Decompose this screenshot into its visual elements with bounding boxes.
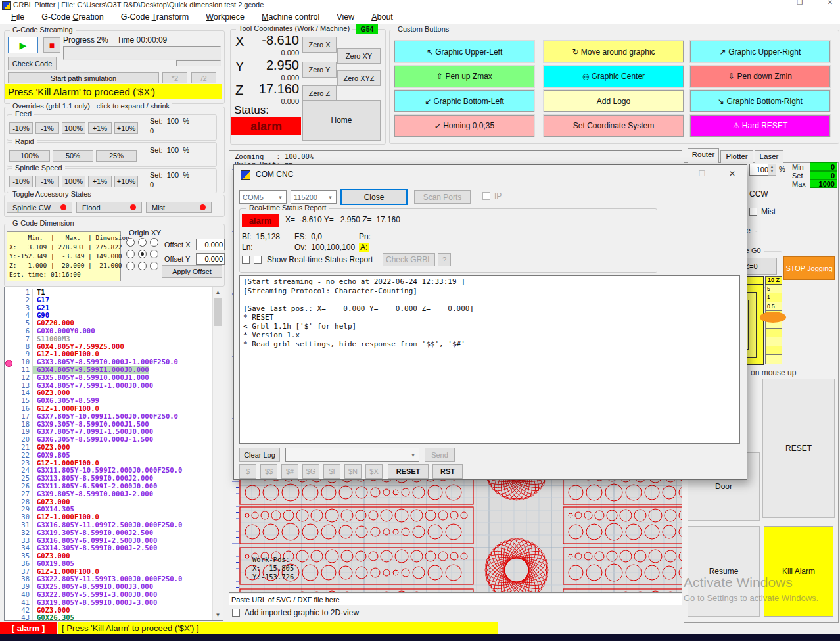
command-input[interactable]: ▾	[285, 448, 419, 462]
dialog-titlebar[interactable]: COM CNC — ☐ ✕	[234, 165, 747, 185]
stream-play-button[interactable]: ▶	[8, 37, 38, 53]
gcode-line-11[interactable]: 11G3X4.805Y-9.599I1.000J0.000	[12, 366, 212, 374]
report-checkbox-2[interactable]	[254, 256, 262, 264]
gcode-line-43[interactable]: 43G0X26.305	[12, 614, 212, 621]
accessory-spindle-cw[interactable]: Spindle CW	[7, 202, 72, 213]
zero-x-button[interactable]: Zero X	[302, 37, 337, 53]
custom-button-graphic-upper-left[interactable]: ↖ Graphic Upper-Left	[394, 41, 534, 62]
grbl-reset-button[interactable]: RESET	[762, 379, 835, 518]
dialog-maximize-button[interactable]: ☐	[690, 169, 714, 182]
origin-radio-0[interactable]	[126, 238, 135, 247]
clear-log-button[interactable]: Clear Log	[239, 448, 280, 462]
rapid-50[interactable]: 50%	[53, 150, 93, 162]
origin-radio-1[interactable]	[138, 238, 147, 247]
gcode-line-17[interactable]: 17G3X7.805Y-10.099I1.500J0.000F250.0	[12, 413, 212, 421]
apply-offset-button[interactable]: Apply Offset	[162, 265, 222, 278]
zero-y-button[interactable]: Zero Y	[302, 62, 337, 78]
feed-10[interactable]: -10%	[9, 122, 33, 134]
tab-laser[interactable]: Laser	[755, 150, 783, 163]
accessory-flood[interactable]: Flood	[76, 202, 142, 213]
tab-plotter[interactable]: Plotter	[720, 150, 753, 163]
z-step-blank-5[interactable]	[765, 329, 782, 337]
gcode-line-32[interactable]: 32G3X19.305Y-8.599I0.000J2.500	[12, 529, 212, 537]
origin-radio-2[interactable]	[150, 238, 158, 247]
custom-button-pen-up-zmax[interactable]: ⇧ Pen up Zmax	[394, 66, 534, 87]
rapid-100[interactable]: 100%	[9, 150, 50, 162]
check-grbl-button[interactable]: Check GRBL	[383, 253, 435, 266]
menu-item-file[interactable]: File	[3, 11, 33, 24]
spindle-10[interactable]: -10%	[9, 176, 33, 187]
feed-100[interactable]: 100%	[62, 122, 85, 134]
mist-checkbox[interactable]	[749, 208, 757, 216]
kill-alarm-button[interactable]: Kill Alarm	[764, 526, 833, 617]
z-strip-header[interactable]: 10Z	[765, 276, 782, 285]
zero-xyz-button[interactable]: Zero XYZ	[337, 70, 381, 86]
gcode-line-2[interactable]: 2G17	[12, 297, 212, 304]
accessory-mist[interactable]: Mist	[146, 202, 212, 213]
com-cnc-dialog[interactable]: COM CNC — ☐ ✕ COM5▾ 115200▾ Close Scan P…	[233, 164, 747, 480]
gcode-line-41[interactable]: 41G3X19.805Y-8.599I0.000J-3.000	[12, 599, 212, 607]
scroll-up-arrow[interactable]: ▲	[213, 287, 223, 297]
origin-radio-3[interactable]	[126, 250, 135, 258]
cmd-i-button[interactable]: $I	[323, 464, 340, 479]
cmd--button[interactable]: $$	[260, 464, 277, 479]
gcode-line-6[interactable]: 6G0X0.000Y0.000	[12, 327, 212, 335]
add-graphic-checkbox[interactable]	[232, 609, 240, 617]
home-button[interactable]: Home	[302, 100, 381, 141]
custom-button-graphic-upper-right[interactable]: ↗ Graphic Upper-Right	[690, 41, 830, 62]
feed-1[interactable]: +1%	[88, 122, 112, 134]
send-button[interactable]: Send	[425, 448, 455, 462]
menu-item-machine-control[interactable]: Machine control	[253, 11, 328, 24]
origin-radio-4[interactable]	[138, 250, 147, 258]
dialog-rst-button[interactable]: RST	[432, 464, 463, 479]
custom-button-homing-0-0-35[interactable]: ↙ Homing 0;0;35	[394, 115, 534, 137]
gcode-line-16[interactable]: 16G1Z-1.000F100.0	[12, 405, 212, 413]
scan-ports-button[interactable]: Scan Ports	[414, 190, 471, 204]
cmd--button[interactable]: $#	[281, 464, 298, 479]
resume-button[interactable]: Resume	[688, 526, 760, 617]
check-code-button[interactable]: Check Code	[8, 57, 57, 70]
z-jog-marker[interactable]	[760, 312, 786, 323]
custom-button-graphic-center[interactable]: ◎ Graphic Center	[544, 66, 684, 87]
spindle-spinner[interactable]: ▲▼	[768, 164, 776, 176]
report-checkbox-1[interactable]	[242, 256, 250, 264]
spindle-10[interactable]: +10%	[114, 176, 138, 187]
feed-10[interactable]: +10%	[114, 122, 138, 134]
origin-radio-5[interactable]	[150, 250, 158, 258]
cmd-g-button[interactable]: $G	[302, 464, 319, 479]
restore-button[interactable]: ❐	[790, 0, 810, 8]
spindle-100[interactable]: 100%	[62, 176, 85, 187]
speed-div2-button[interactable]: /2	[191, 72, 216, 83]
spindle-1[interactable]: -1%	[35, 176, 59, 187]
speed-x2-button[interactable]: *2	[162, 72, 187, 83]
custom-button-move-around-graphic[interactable]: ↻ Move around graphic	[544, 41, 684, 62]
menu-item-g-code-creation[interactable]: G-Code Creation	[33, 11, 112, 24]
baud-select[interactable]: 115200▾	[291, 190, 337, 204]
simulate-button[interactable]: Start path simulation	[8, 72, 159, 83]
stream-stop-button[interactable]: ■	[43, 37, 60, 53]
svg-url-input[interactable]	[229, 594, 682, 605]
z-step-blank-6[interactable]	[765, 337, 782, 346]
menu-item-g-code-transform[interactable]: G-Code Transform	[112, 11, 198, 24]
menu-item-workpiece[interactable]: Workpiece	[197, 11, 253, 24]
custom-button-hard-reset[interactable]: ⚠ Hard RESET	[690, 115, 830, 137]
custom-button-add-logo[interactable]: Add Logo	[544, 90, 684, 112]
breakpoint-marker[interactable]	[5, 360, 12, 367]
origin-radio-6[interactable]	[126, 262, 135, 270]
origin-radio-8[interactable]	[150, 262, 158, 270]
offset-x-input[interactable]	[196, 239, 225, 250]
com-log[interactable]: [Start streaming - no echo at 2022-06-24…	[239, 275, 740, 444]
z-step-0-5[interactable]: 0.5	[765, 302, 782, 311]
gcode-editor[interactable]: 1T12G173G214G905G0Z20.0006G0X0.000Y0.000…	[4, 287, 223, 621]
com-close-button[interactable]: Close	[340, 189, 408, 205]
feed-1[interactable]: -1%	[35, 122, 59, 134]
scroll-thumb[interactable]	[214, 298, 222, 326]
dialog-reset-button[interactable]: RESET	[388, 464, 429, 479]
z-step-1[interactable]: 1	[765, 293, 782, 302]
menu-item-view[interactable]: View	[328, 11, 363, 24]
gcode-line-22[interactable]: 22G0X9.805	[12, 452, 212, 460]
com-port-select[interactable]: COM5▾	[239, 190, 287, 204]
close-button[interactable]: ✕	[820, 0, 840, 8]
gcode-line-36[interactable]: 36G0X19.805	[12, 560, 212, 568]
z-step-5[interactable]: 5	[765, 285, 782, 293]
